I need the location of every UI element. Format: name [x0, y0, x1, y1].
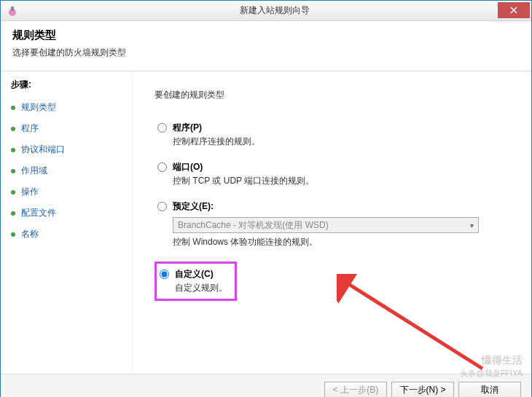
bullet-icon: [11, 148, 15, 152]
label-custom: 自定义(C): [175, 268, 214, 280]
wizard-header: 规则类型 选择要创建的防火墙规则类型: [1, 21, 531, 71]
steps-sidebar: 步骤: 规则类型 程序 协议和端口 作用域 操作 配置文件 名称: [1, 71, 132, 374]
next-button[interactable]: 下一步(N) >: [391, 382, 454, 398]
step-name[interactable]: 名称: [1, 224, 132, 245]
step-protocol-ports[interactable]: 协议和端口: [1, 139, 132, 160]
option-port: 端口(O) 控制 TCP 或 UDP 端口连接的规则。: [157, 161, 509, 187]
content-panel: 要创建的规则类型 程序(P) 控制程序连接的规则。 端口(O) 控制 TCP 或…: [132, 71, 531, 374]
option-custom: 自定义(C) 自定义规则。: [157, 262, 509, 301]
step-action[interactable]: 操作: [1, 181, 132, 203]
step-rule-type[interactable]: 规则类型: [1, 97, 132, 118]
titlebar: 新建入站规则向导: [1, 1, 531, 21]
bullet-icon: [11, 190, 15, 194]
dropdown-value: BranchCache - 对等机发现(使用 WSD): [178, 219, 329, 232]
chevron-down-icon: ▾: [470, 221, 474, 229]
desc-program: 控制程序连接的规则。: [173, 135, 509, 148]
rule-type-options: 程序(P) 控制程序连接的规则。 端口(O) 控制 TCP 或 UDP 端口连接…: [157, 122, 509, 301]
label-program: 程序(P): [173, 122, 202, 134]
option-predefined: 预定义(E): BranchCache - 对等机发现(使用 WSD) ▾ 控制…: [157, 200, 509, 248]
content-heading: 要创建的规则类型: [154, 89, 509, 101]
steps-heading: 步骤:: [1, 76, 132, 97]
label-port: 端口(O): [173, 161, 203, 173]
option-program: 程序(P) 控制程序连接的规则。: [157, 122, 509, 148]
app-icon: [7, 5, 18, 17]
close-button[interactable]: [498, 2, 530, 18]
predefined-dropdown[interactable]: BranchCache - 对等机发现(使用 WSD) ▾: [173, 217, 479, 233]
step-scope[interactable]: 作用域: [1, 160, 132, 181]
wizard-body: 步骤: 规则类型 程序 协议和端口 作用域 操作 配置文件 名称 要创建的规则类…: [1, 71, 531, 374]
svg-rect-1: [11, 7, 14, 11]
desc-port: 控制 TCP 或 UDP 端口连接的规则。: [173, 175, 509, 187]
wizard-window: 新建入站规则向导 规则类型 选择要创建的防火墙规则类型 步骤: 规则类型 程序 …: [0, 0, 532, 397]
radio-port[interactable]: [157, 162, 167, 172]
bullet-icon: [11, 106, 15, 110]
radio-custom[interactable]: [160, 270, 169, 279]
cancel-button[interactable]: 取消: [458, 382, 521, 398]
highlight-annotation: 自定义(C) 自定义规则。: [154, 262, 237, 301]
wizard-footer: < 上一步(B) 下一步(N) > 取消: [1, 374, 531, 397]
radio-predefined[interactable]: [157, 202, 167, 211]
back-button[interactable]: < 上一步(B): [324, 382, 387, 398]
page-title: 规则类型: [12, 28, 520, 42]
page-subtitle: 选择要创建的防火墙规则类型: [12, 47, 520, 59]
desc-predefined: 控制 Windows 体验功能连接的规则。: [173, 236, 509, 248]
bullet-icon: [11, 127, 15, 131]
label-predefined: 预定义(E):: [173, 200, 214, 213]
bullet-icon: [11, 169, 15, 173]
step-program[interactable]: 程序: [1, 118, 132, 139]
radio-program[interactable]: [157, 123, 167, 133]
window-title: 新建入站规则向导: [18, 4, 531, 17]
bullet-icon: [11, 232, 15, 237]
step-profile[interactable]: 配置文件: [1, 203, 132, 224]
bullet-icon: [11, 211, 15, 216]
desc-custom: 自定义规则。: [175, 282, 227, 294]
